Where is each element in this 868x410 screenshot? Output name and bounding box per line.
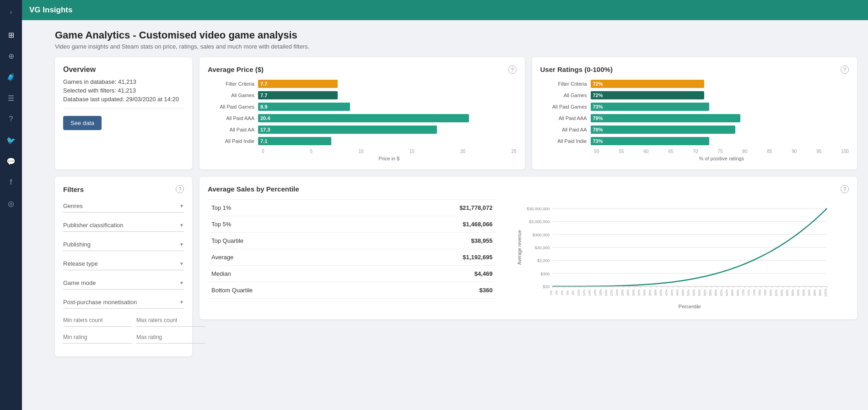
svg-text:0%: 0%	[550, 290, 553, 295]
discord-icon[interactable]: 💬	[5, 155, 17, 168]
bar: 7.7	[258, 80, 338, 88]
bar: 72%	[591, 91, 704, 99]
publisher-arrow-icon: ▼	[179, 223, 184, 228]
post-purchase-filter[interactable]: Post-purchase monetisation ▼	[63, 295, 184, 309]
list-icon[interactable]: ☰	[5, 92, 17, 104]
bar-row: All Games72%	[540, 91, 849, 99]
svg-text:36%: 36%	[649, 290, 652, 296]
user-ratings-help-icon[interactable]: ?	[841, 66, 849, 74]
sales-table: Top 1%$21,778,072Top 5%$1,468,066Top Qua…	[208, 199, 496, 311]
bar: 72%	[591, 80, 704, 88]
bar: 20.4	[258, 114, 469, 122]
svg-text:38%: 38%	[654, 290, 658, 296]
bar: 79%	[591, 114, 740, 122]
svg-text:96%: 96%	[814, 290, 817, 296]
bar-label: All Paid Games	[208, 104, 258, 109]
sales-row: Top Quartile$38,955	[208, 233, 496, 249]
svg-text:50%: 50%	[687, 290, 690, 296]
min-rating-input[interactable]	[63, 331, 132, 344]
svg-text:$30,000: $30,000	[535, 246, 550, 250]
bar-label: All Games	[208, 93, 258, 98]
facebook-icon[interactable]: f	[5, 176, 17, 189]
publishing-arrow-icon: ▼	[179, 242, 184, 247]
svg-text:70%: 70%	[742, 290, 745, 296]
bar-label: All Paid Indie	[540, 138, 591, 144]
svg-text:76%: 76%	[759, 290, 762, 296]
avg-price-help-icon[interactable]: ?	[508, 66, 517, 74]
svg-text:44%: 44%	[671, 290, 674, 296]
filters-title: Filters	[63, 186, 84, 193]
sales-row: Top 5%$1,468,066	[208, 216, 496, 233]
svg-text:Percentile: Percentile	[679, 304, 701, 309]
user-ratings-title: User Ratings (0-100%)	[540, 66, 613, 73]
svg-text:Average revenue: Average revenue	[518, 230, 523, 265]
svg-text:18%: 18%	[599, 290, 603, 296]
sales-row: Bottom Quartile$360	[208, 282, 496, 299]
svg-text:52%: 52%	[693, 290, 696, 296]
svg-text:12%: 12%	[583, 290, 586, 296]
bar-label: All Paid AA	[540, 127, 591, 132]
release-type-filter[interactable]: Release type ▼	[63, 257, 184, 270]
svg-text:48%: 48%	[682, 290, 685, 296]
svg-text:74%: 74%	[753, 290, 756, 296]
svg-text:$300,000: $300,000	[533, 233, 550, 237]
user-ratings-x-label: % of positive ratings	[540, 156, 849, 161]
bar-row: All Paid Indie7.1	[208, 137, 517, 145]
publisher-classification-filter[interactable]: Publisher classification ▼	[63, 218, 184, 232]
bar: 7.7	[258, 91, 338, 99]
bar-row: All Paid AAA20.4	[208, 114, 517, 122]
svg-text:22%: 22%	[610, 290, 614, 296]
app-title: VG Insights	[29, 5, 72, 15]
bar: 73%	[591, 137, 710, 145]
sales-row: Top 1%$21,778,072	[208, 199, 496, 216]
see-data-button[interactable]: See data	[63, 116, 102, 130]
twitter-icon[interactable]: 🐦	[5, 134, 17, 147]
avg-price-x-label: Price in $	[208, 156, 517, 161]
main-content: Game Analytics - Customised video game a…	[44, 20, 868, 410]
expand-icon[interactable]: ›	[5, 5, 17, 18]
avg-price-title: Average Price ($)	[208, 66, 264, 73]
svg-text:4%: 4%	[561, 290, 564, 295]
bar-row: All Paid Games73%	[540, 103, 849, 111]
avg-sales-help-icon[interactable]: ?	[841, 185, 849, 193]
bar-row: All Paid Games8.9	[208, 103, 517, 111]
svg-text:58%: 58%	[709, 290, 712, 296]
svg-text:84%: 84%	[781, 290, 784, 296]
bar-label: Filter Criteria	[208, 81, 258, 87]
briefcase-icon[interactable]: 🧳	[5, 71, 17, 83]
avg-price-panel: Average Price ($) ? Filter Criteria7.7Al…	[199, 57, 525, 169]
genres-filter[interactable]: Genres ▼	[63, 199, 184, 213]
svg-text:28%: 28%	[627, 290, 630, 296]
filters-panel: Filters ? Genres ▼ Publisher classificat…	[55, 177, 192, 356]
svg-text:90%: 90%	[797, 290, 800, 296]
svg-text:$3,000,000: $3,000,000	[529, 219, 550, 224]
svg-text:16%: 16%	[594, 290, 597, 296]
stat-games-db: Games in database: 41,213	[63, 78, 184, 85]
svg-text:30%: 30%	[632, 290, 636, 296]
post-purchase-arrow-icon: ▼	[179, 300, 184, 305]
svg-text:80%: 80%	[770, 290, 773, 296]
game-mode-arrow-icon: ▼	[179, 280, 184, 285]
svg-text:98%: 98%	[819, 290, 822, 296]
question-icon[interactable]: ?	[5, 113, 17, 126]
stat-updated: Database last updated: 29/03/2020 at 14:…	[63, 96, 184, 103]
bar: 7.1	[258, 137, 331, 145]
max-rating-input[interactable]	[136, 331, 205, 344]
rss-icon[interactable]: ◎	[5, 197, 17, 210]
grid-icon[interactable]: ⊞	[5, 28, 17, 41]
bar-row: Filter Criteria7.7	[208, 80, 517, 88]
svg-text:$3,000: $3,000	[537, 258, 550, 263]
svg-text:78%: 78%	[764, 290, 767, 296]
bar-label: All Paid AAA	[208, 115, 258, 121]
publishing-filter[interactable]: Publishing ▼	[63, 237, 184, 251]
svg-text:66%: 66%	[731, 290, 734, 296]
plus-square-icon[interactable]: ⊕	[5, 49, 17, 62]
game-mode-filter[interactable]: Game mode ▼	[63, 276, 184, 290]
sales-row: Median$4,469	[208, 266, 496, 282]
filters-help-icon[interactable]: ?	[176, 185, 184, 193]
svg-text:20%: 20%	[605, 290, 608, 296]
max-raters-input[interactable]	[136, 314, 205, 327]
min-raters-input[interactable]	[63, 314, 132, 327]
user-ratings-panel: User Ratings (0-100%) ? Filter Criteria7…	[532, 57, 857, 169]
svg-text:56%: 56%	[704, 290, 707, 296]
